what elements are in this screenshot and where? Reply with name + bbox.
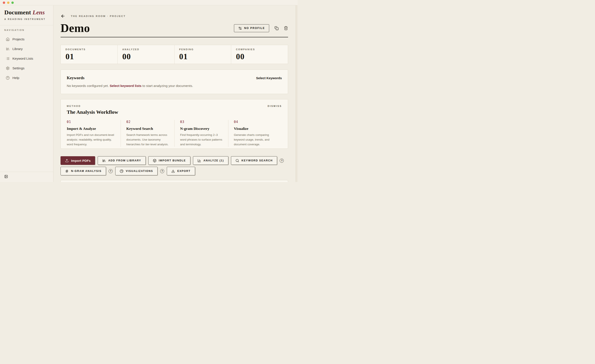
step-title: Visualize (234, 126, 276, 131)
main-area: THE READING ROOM · PROJECT Demo NO PROFI… (53, 5, 296, 182)
workflow-step-4: 04 Visualize Generate charts comparing k… (228, 120, 282, 147)
sidebar-item-label: Settings (13, 66, 24, 70)
list-icon (6, 57, 10, 61)
export-button[interactable]: EXPORT (167, 167, 195, 175)
step-number: 04 (234, 120, 276, 124)
bar-chart-icon (198, 159, 201, 162)
stats-row: DOCUMENTS 01 ANALYZED 00 PENDING 01 COMP… (61, 45, 288, 64)
pie-chart-icon (120, 169, 123, 173)
stat-label: PENDING (179, 48, 231, 51)
step-title: N-gram Discovery (180, 126, 223, 131)
stat-documents: DOCUMENTS 01 (61, 45, 117, 64)
collapse-sidebar-button[interactable] (4, 175, 8, 178)
keyword-search-help-button[interactable]: ? (280, 159, 284, 163)
workflow-steps: 01 Import & Analyze Import PDFs and run … (67, 120, 282, 147)
upload-icon (65, 159, 69, 162)
sidebar: Document Lens A READING INSTRUMENT NAVIG… (0, 5, 53, 182)
ngram-help-button[interactable]: ? (109, 169, 113, 173)
ngram-analysis-button[interactable]: N-GRAM ANALYSIS (61, 167, 106, 175)
app-body: Document Lens A READING INSTRUMENT NAVIG… (0, 5, 298, 182)
sliders-icon (238, 26, 242, 30)
nav-section-label: NAVIGATION (0, 29, 53, 31)
step-number: 03 (180, 120, 223, 124)
sidebar-item-help[interactable]: Help (0, 73, 53, 83)
breadcrumb: THE READING ROOM · PROJECT (71, 15, 126, 17)
stat-label: DOCUMENTS (65, 48, 117, 51)
zoom-window-button[interactable] (11, 1, 14, 4)
next-section-card-partial (61, 180, 288, 182)
duplicate-project-button[interactable] (274, 26, 279, 30)
button-label: VISUALIZATIONS (126, 169, 153, 173)
import-pdfs-button[interactable]: Import PDFs (61, 156, 95, 165)
stat-value: 00 (236, 52, 288, 61)
stat-pending: PENDING 01 (175, 45, 231, 64)
app-title-accent: Lens (33, 9, 45, 16)
arrow-left-icon (61, 14, 65, 18)
hash-icon (65, 169, 69, 173)
button-label: EXPORT (177, 169, 191, 173)
home-icon (6, 37, 10, 41)
back-button[interactable] (61, 14, 65, 18)
sidebar-item-projects[interactable]: Projects (0, 34, 53, 44)
step-description: Search framework terms across documents.… (127, 133, 169, 147)
minimize-window-button[interactable] (7, 1, 9, 4)
stat-label: ANALYZED (122, 48, 174, 51)
analyze-button[interactable]: ANALYZE (1) (193, 156, 228, 165)
keywords-card: Keywords Select Keywords No keywords con… (61, 70, 288, 94)
stat-value: 01 (65, 52, 117, 61)
button-label: ADD FROM LIBRARY (108, 159, 141, 162)
close-window-button[interactable] (3, 1, 5, 4)
stat-label: COMPANIES (236, 48, 288, 51)
button-label: Import PDFs (71, 159, 91, 162)
sidebar-item-label: Library (13, 47, 22, 51)
sidebar-item-library[interactable]: Library (0, 44, 53, 54)
stat-value: 00 (122, 52, 174, 61)
gear-icon (6, 66, 10, 70)
method-title: The Analysis Workflow (67, 109, 282, 115)
workflow-step-3: 03 N-gram Discovery Find frequently-occu… (174, 120, 228, 147)
app-subtitle: A READING INSTRUMENT (4, 18, 49, 20)
method-eyebrow: METHOD (67, 105, 81, 107)
stat-companies: COMPANIES 00 (231, 45, 288, 64)
button-label: N-GRAM ANALYSIS (71, 169, 101, 173)
no-profile-label: NO PROFILE (244, 27, 265, 30)
method-card: METHOD DISMISS The Analysis Workflow 01 … (61, 99, 288, 149)
step-title: Import & Analyze (67, 126, 115, 131)
actions-row-2: N-GRAM ANALYSIS ? VISUALIZATIONS ? EXPOR… (61, 167, 288, 175)
library-icon (102, 159, 106, 162)
keywords-empty-suffix: to start analyzing your documents. (142, 84, 193, 88)
sidebar-nav: NAVIGATION Projects Library Keyword List… (0, 25, 53, 83)
visualizations-help-button[interactable]: ? (160, 169, 164, 173)
import-bundle-button[interactable]: IMPORT BUNDLE (148, 156, 190, 165)
button-label: ANALYZE (1) (204, 159, 224, 162)
no-profile-button[interactable]: NO PROFILE (234, 24, 269, 32)
delete-project-button[interactable] (284, 26, 288, 30)
select-keyword-lists-link[interactable]: Select keyword lists (110, 84, 142, 88)
sidebar-footer (0, 172, 53, 182)
dismiss-button[interactable]: DISMISS (268, 105, 282, 107)
scrollbar-track[interactable] (296, 5, 298, 182)
keywords-empty-prefix: No keywords configured yet. (67, 84, 110, 88)
library-icon (6, 47, 10, 51)
page-title: Demo (61, 22, 90, 35)
step-description: Import PDFs and run document-level analy… (67, 133, 115, 147)
help-circle-icon (6, 76, 10, 80)
app-title: Document Lens (4, 9, 49, 16)
button-label: KEYWORD SEARCH (241, 159, 273, 162)
step-number: 02 (127, 120, 169, 124)
workflow-step-2: 02 Keyword Search Search framework terms… (121, 120, 175, 147)
sidebar-item-keyword-lists[interactable]: Keyword Lists (0, 54, 53, 63)
keywords-empty-message: No keywords configured yet. Select keywo… (67, 84, 282, 88)
visualizations-button[interactable]: VISUALIZATIONS (115, 167, 157, 175)
sidebar-item-settings[interactable]: Settings (0, 63, 53, 73)
step-description: Find frequently-occurring 2–3 word phras… (180, 133, 223, 147)
add-from-library-button[interactable]: ADD FROM LIBRARY (98, 156, 146, 165)
select-keywords-button[interactable]: Select Keywords (256, 76, 282, 80)
sidebar-item-label: Keyword Lists (13, 57, 33, 61)
step-title: Keyword Search (127, 126, 169, 131)
step-number: 01 (67, 120, 115, 124)
keyword-search-button[interactable]: KEYWORD SEARCH (231, 156, 277, 165)
window-titlebar (0, 0, 298, 5)
search-icon (235, 159, 239, 162)
sidebar-item-label: Help (13, 76, 19, 80)
